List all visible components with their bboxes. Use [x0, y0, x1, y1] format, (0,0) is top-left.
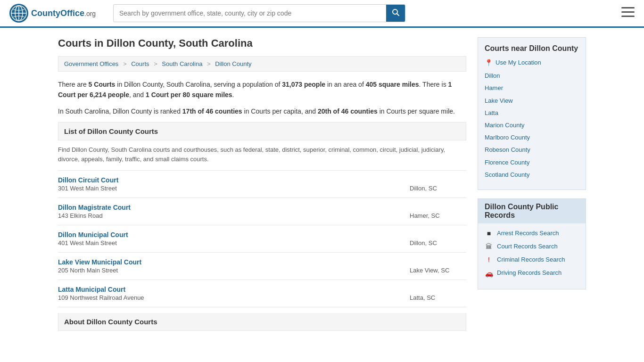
court-item-4: Latta Municipal Court 109 Northwest Rail… — [58, 280, 466, 307]
list-description: Find Dillon County, South Carolina court… — [58, 140, 466, 171]
svg-rect-7 — [621, 7, 635, 8]
search-button[interactable] — [386, 5, 405, 22]
use-my-location-link[interactable]: Use My Location — [495, 58, 541, 67]
breadcrumb-link-gov[interactable]: Government Offices — [64, 60, 118, 67]
court-name-2[interactable]: Dillon Municipal Court — [58, 231, 128, 239]
court-city-4: Latta, SC — [410, 294, 466, 301]
use-my-location-row[interactable]: 📍 Use My Location — [485, 58, 579, 67]
public-records-box: Dillon County Public Records ■ Arrest Re… — [478, 198, 586, 289]
court-list: Dillon Circuit Court 301 West Main Stree… — [58, 171, 466, 307]
courts-near-box: Courts near Dillon County 📍 Use My Locat… — [478, 37, 586, 190]
nearby-link-5[interactable]: Marlboro County — [485, 133, 579, 142]
about-section-header: About Dillon County Courts — [58, 313, 466, 331]
court-address-0: 301 West Main Street — [58, 185, 117, 192]
pub-record-3: 🚗 Driving Records Search — [485, 269, 579, 277]
court-name-0[interactable]: Dillon Circuit Court — [58, 176, 118, 184]
page-title: Courts in Dillon County, South Carolina — [58, 37, 466, 49]
content-area: Courts in Dillon County, South Carolina … — [58, 37, 466, 331]
svg-rect-8 — [621, 11, 635, 13]
court-address-4: 109 Northwest Railroad Avenue — [58, 294, 144, 301]
description-line1: There are 5 Courts in Dillon County, Sou… — [58, 79, 466, 100]
pub-icon-court: 🏛 — [485, 243, 493, 250]
description-line2: In South Carolina, Dillon County is rank… — [58, 106, 466, 116]
public-records-list: ■ Arrest Records Search 🏛 Court Records … — [485, 229, 579, 278]
breadcrumb-link-courts[interactable]: Courts — [131, 60, 149, 67]
search-bar — [113, 4, 405, 22]
logo-area: CountyOffice.org — [9, 4, 104, 23]
courts-near-title: Courts near Dillon County — [485, 44, 579, 53]
nearby-link-6[interactable]: Robeson County — [485, 146, 579, 154]
area: 405 square miles — [366, 81, 419, 88]
court-item-2: Dillon Municipal Court 401 West Main Str… — [58, 225, 466, 253]
pub-record-0: ■ Arrest Records Search — [485, 229, 579, 238]
search-input[interactable] — [114, 6, 386, 21]
court-item-3: Lake View Municipal Court 205 North Main… — [58, 253, 466, 280]
rank1: 17th of 46 counties — [182, 107, 242, 115]
menu-button[interactable] — [621, 7, 635, 19]
population: 31,073 people — [282, 81, 325, 88]
pub-icon-driving: 🚗 — [485, 270, 493, 277]
court-city-3: Lake View, SC — [410, 267, 466, 274]
pub-record-link-0[interactable]: Arrest Records Search — [497, 229, 559, 238]
list-section-header: List of Dillon County Courts — [58, 122, 466, 140]
breadcrumb-link-dillon[interactable]: Dillon County — [215, 60, 251, 67]
nearby-link-8[interactable]: Scotland County — [485, 171, 579, 179]
court-address-3: 205 North Main Street — [58, 267, 118, 274]
logo-text: CountyOffice.org — [31, 8, 96, 18]
court-item-0: Dillon Circuit Court 301 West Main Stree… — [58, 171, 466, 198]
nearby-link-7[interactable]: Florence County — [485, 158, 579, 167]
court-item-1: Dillon Magistrate Court 143 Elkins Road … — [58, 198, 466, 225]
court-address-2: 401 West Main Street — [58, 239, 117, 247]
public-records-title: Dillon County Public Records — [478, 199, 586, 223]
per-sqmile: 1 Court per 80 square miles — [146, 91, 232, 99]
court-city-0: Dillon, SC — [410, 185, 466, 192]
pub-record-1: 🏛 Court Records Search — [485, 242, 579, 251]
logo-icon — [9, 4, 28, 23]
nearby-link-1[interactable]: Hamer — [485, 84, 579, 92]
pub-record-2: ! Criminal Records Search — [485, 255, 579, 264]
court-name-3[interactable]: Lake View Municipal Court — [58, 258, 141, 266]
court-city-1: Hamer, SC — [410, 212, 466, 219]
courts-count: 5 Courts — [89, 81, 116, 88]
nearby-links: DillonHamerLake ViewLattaMarion CountyMa… — [485, 72, 579, 179]
court-city-2: Dillon, SC — [410, 239, 466, 247]
court-name-4[interactable]: Latta Municipal Court — [58, 286, 125, 293]
court-name-1[interactable]: Dillon Magistrate Court — [58, 204, 131, 211]
nearby-link-4[interactable]: Marion County — [485, 121, 579, 130]
location-pin-icon: 📍 — [485, 59, 493, 66]
hamburger-icon — [621, 7, 635, 17]
nearby-link-2[interactable]: Lake View — [485, 97, 579, 105]
breadcrumb-link-sc[interactable]: South Carolina — [162, 60, 202, 67]
breadcrumb: Government Offices > Courts > South Caro… — [58, 56, 466, 72]
sidebar: Courts near Dillon County 📍 Use My Locat… — [478, 37, 586, 331]
nearby-link-3[interactable]: Latta — [485, 109, 579, 117]
header: CountyOffice.org — [0, 0, 644, 28]
court-address-1: 143 Elkins Road — [58, 212, 103, 219]
main-content: Courts in Dillon County, South Carolina … — [49, 28, 595, 340]
search-icon — [392, 8, 399, 16]
pub-record-link-1[interactable]: Court Records Search — [497, 242, 558, 251]
pub-icon-criminal: ! — [485, 256, 493, 263]
svg-line-6 — [397, 14, 399, 16]
rank2: 20th of 46 counties — [318, 107, 378, 115]
svg-rect-9 — [621, 16, 635, 17]
pub-icon-arrest: ■ — [485, 230, 493, 237]
pub-record-link-2[interactable]: Criminal Records Search — [497, 255, 565, 264]
pub-record-link-3[interactable]: Driving Records Search — [497, 269, 561, 277]
nearby-link-0[interactable]: Dillon — [485, 72, 579, 80]
